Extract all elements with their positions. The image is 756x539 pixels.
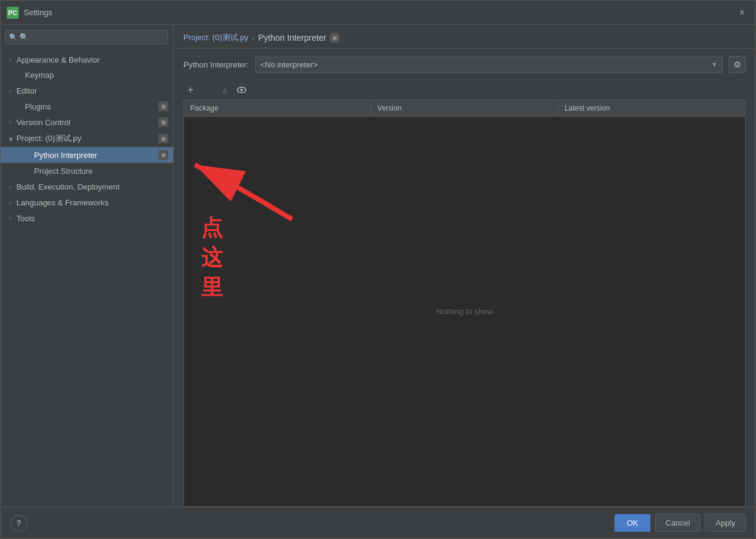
chevron-right-icon-lang: › (5, 197, 15, 207)
sidebar-label-project-structure: Project Structure (34, 167, 158, 176)
sidebar-label-keymap: Keymap (25, 70, 168, 80)
sidebar-label-tools: Tools (16, 214, 168, 223)
column-version: Version (371, 100, 558, 116)
sidebar-label-languages: Languages & Frameworks (16, 198, 168, 207)
sidebar-item-editor[interactable]: › Editor (1, 83, 173, 98)
sidebar-item-python-interpreter[interactable]: Python Interpreter ▣ (1, 147, 173, 163)
bottom-bar: ? OK Cancel Apply (1, 507, 755, 538)
app-icon: PC (7, 7, 19, 19)
dialog-title: Settings (24, 8, 735, 17)
settings-dialog: PC Settings × 🔍 › Appearance & Behavior … (0, 0, 756, 539)
cancel-button[interactable]: Cancel (655, 514, 700, 532)
chevron-right-icon-vc: › (5, 117, 15, 127)
show-all-button[interactable] (234, 83, 249, 97)
sidebar-label-python-interpreter: Python Interpreter (34, 151, 158, 160)
sidebar-label-appearance: Appearance & Behavior (16, 55, 168, 64)
interpreter-row: Python Interpreter: <No interpreter> ▼ ⚙ (174, 49, 755, 80)
sidebar-item-version-control[interactable]: › Version Control ▣ (1, 114, 173, 130)
chevron-down-icon-project: ∨ (5, 134, 15, 143)
sidebar-label-editor: Editor (16, 86, 168, 95)
search-box: 🔍 (5, 30, 168, 44)
empty-state-text: Nothing to show (436, 307, 492, 316)
pin-icon[interactable]: ▣ (330, 33, 339, 43)
add-package-button[interactable]: + (183, 83, 198, 97)
interpreter-dropdown[interactable]: <No interpreter> (255, 57, 723, 73)
chevron-right-icon-tools: › (5, 213, 15, 223)
interpreter-dropdown-wrapper: <No interpreter> ▼ (255, 57, 723, 73)
ok-button[interactable]: OK (615, 514, 650, 532)
chevron-right-icon-build: › (5, 182, 15, 191)
sidebar-item-build[interactable]: › Build, Execution, Deployment (1, 179, 173, 194)
packages-toolbar: + − ▲ (174, 80, 755, 100)
interpreter-label: Python Interpreter: (183, 60, 249, 69)
sidebar-label-build: Build, Execution, Deployment (16, 182, 168, 191)
move-up-button[interactable]: ▲ (217, 83, 232, 97)
sidebar-label-project: Project: (0)测试.py (16, 133, 81, 144)
column-latest-version: Latest version (559, 100, 745, 116)
apply-button[interactable]: Apply (705, 514, 746, 532)
interpreter-settings-button[interactable]: ⚙ (729, 56, 746, 73)
chevron-right-icon: › (5, 55, 15, 64)
sidebar-item-project-structure[interactable]: Project Structure ▣ (1, 163, 173, 179)
remove-package-button[interactable]: − (200, 83, 215, 97)
svg-point-1 (240, 89, 243, 91)
help-button[interactable]: ? (10, 515, 27, 532)
column-package: Package (184, 100, 371, 116)
project-icon: ▣ (158, 134, 168, 143)
breadcrumb: Project: (0)测试.py › Python Interpreter ▣ (174, 25, 755, 49)
sidebar-item-languages[interactable]: › Languages & Frameworks (1, 194, 173, 210)
main-content: 🔍 › Appearance & Behavior Keymap › Edito… (1, 25, 755, 507)
chevron-right-icon-editor: › (5, 86, 15, 95)
close-button[interactable]: × (735, 5, 749, 20)
right-panel: Project: (0)测试.py › Python Interpreter ▣… (174, 25, 755, 507)
title-bar: PC Settings × (1, 1, 755, 25)
sidebar-label-plugins: Plugins (25, 102, 158, 111)
vc-icon: ▣ (158, 117, 168, 127)
sidebar-item-plugins[interactable]: Plugins ▣ (1, 98, 173, 114)
search-icon: 🔍 (9, 33, 18, 41)
python-interpreter-icon: ▣ (158, 150, 168, 160)
breadcrumb-project[interactable]: Project: (0)测试.py (183, 32, 248, 43)
table-header: Package Version Latest version (184, 100, 745, 117)
sidebar-item-keymap[interactable]: Keymap (1, 67, 173, 83)
breadcrumb-separator: › (252, 33, 254, 43)
plugins-icon: ▣ (158, 101, 168, 111)
sidebar-item-project[interactable]: ∨ Project: (0)测试.py ▣ (1, 130, 173, 147)
bottom-actions: OK Cancel Apply (615, 514, 746, 532)
sidebar-nav: › Appearance & Behavior Keymap › Editor … (1, 49, 173, 507)
breadcrumb-current: Python Interpreter (258, 33, 326, 43)
sidebar-item-tools[interactable]: › Tools (1, 210, 173, 226)
table-body: Nothing to show (184, 117, 745, 506)
search-input[interactable] (5, 30, 168, 44)
sidebar: 🔍 › Appearance & Behavior Keymap › Edito… (1, 25, 174, 507)
sidebar-label-vc: Version Control (16, 118, 70, 127)
sidebar-item-appearance[interactable]: › Appearance & Behavior (1, 52, 173, 67)
packages-table: Package Version Latest version Nothing t… (183, 100, 746, 507)
